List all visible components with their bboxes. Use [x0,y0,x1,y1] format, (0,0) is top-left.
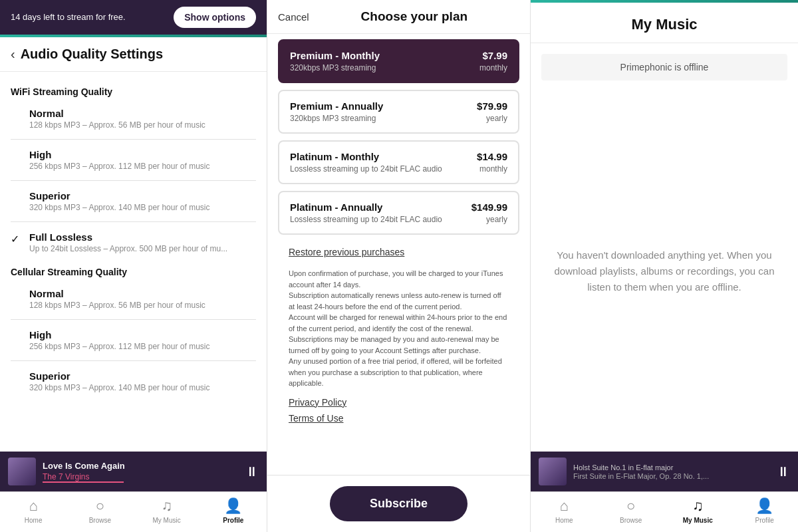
plan-price: $7.99 [479,50,507,61]
nav-home[interactable]: ⌂ Home [13,497,53,524]
back-arrow-icon[interactable]: ‹ [11,47,15,62]
right-profile-icon: 👤 [755,497,773,515]
pause-button[interactable]: ⏸ [245,464,259,479]
wifi-high-name: High [29,149,209,160]
divider [11,139,256,140]
cellular-normal-desc: 128 kbps MP3 – Approx. 56 MB per hour of… [29,301,205,310]
right-mymusic-icon: ♫ [692,497,704,515]
middle-header: Cancel Choose your plan [267,0,530,34]
plan-premium-monthly[interactable]: Premium - Monthly 320kbps MP3 streaming … [278,39,519,83]
right-home-label: Home [555,517,573,524]
plan-desc: Lossless streaming up to 24bit FLAC audi… [290,164,442,174]
right-profile-label: Profile [755,517,774,524]
divider [11,221,256,222]
plan-desc: 320kbps MP3 streaming [290,63,380,72]
offline-banner: Primephonic is offline [541,54,787,80]
right-bottom-nav: ⌂ Home ○ Browse ♫ My Music 👤 Profile [531,491,798,532]
home-label: Home [25,517,43,524]
wifi-normal-option[interactable]: Normal 128 kbps MP3 – Approx. 56 MB per … [0,101,267,136]
cancel-button[interactable]: Cancel [278,11,309,23]
choose-plan-title: Choose your plan [309,9,519,24]
right-browse-icon: ○ [626,497,635,515]
plan-name: Platinum - Annually [290,201,442,213]
plan-name: Premium - Annually [290,100,383,112]
privacy-policy-link[interactable]: Privacy Policy [278,394,519,410]
profile-label: Profile [223,517,243,524]
plan-name: Premium - Monthly [290,50,380,61]
right-nav-mymusic[interactable]: ♫ My Music [678,497,718,524]
plan-platinum-annually[interactable]: Platinum - Annually Lossless streaming u… [278,191,519,235]
subscribe-button[interactable]: Subscribe [330,486,467,521]
right-title: My Music [631,16,697,33]
mymusic-label: My Music [153,517,181,524]
right-subtitle: First Suite in E-Flat Major, Op. 28 No. … [573,472,777,480]
album-art [8,458,36,485]
wifi-section-heading: WiFi Streaming Quality [0,80,267,101]
plan-price: $79.99 [477,100,507,112]
cellular-normal-name: Normal [29,288,205,299]
plan-price: $149.99 [471,201,507,213]
wifi-high-option[interactable]: High 256 kbps MP3 – Approx. 112 MB per h… [0,142,267,178]
browse-icon: ○ [96,497,104,515]
terms-of-use-link[interactable]: Terms of Use [278,410,519,426]
plan-platinum-monthly[interactable]: Platinum - Monthly Lossless streaming up… [278,140,519,184]
restore-purchases-link[interactable]: Restore previous purchases [278,241,519,263]
empty-text: You haven't downloaded anything yet. Whe… [552,247,777,295]
cellular-superior-option[interactable]: Superior 320 kbps MP3 – Approx. 140 MB p… [0,364,267,399]
plan-desc: 320kbps MP3 streaming [290,114,383,123]
right-nav-browse[interactable]: ○ Browse [611,497,651,524]
now-playing-artist: The 7 Virgins [43,472,245,481]
settings-scroll: WiFi Streaming Quality Normal 128 kbps M… [0,72,267,452]
plan-premium-annually[interactable]: Premium - Annually 320kbps MP3 streaming… [278,90,519,134]
now-playing-bar[interactable]: Love Is Come Again The 7 Virgins ⏸ [0,452,267,491]
right-header: My Music [531,3,798,43]
right-mymusic-label: My Music [683,517,713,524]
trial-text: 14 days left to stream for free. [11,11,126,23]
now-playing-info: Love Is Come Again The 7 Virgins [43,461,245,483]
nav-browse[interactable]: ○ Browse [80,497,120,524]
wifi-normal-name: Normal [29,108,205,119]
plan-period: monthly [477,164,507,174]
bottom-nav: ⌂ Home ○ Browse ♫ My Music 👤 Profile [0,491,267,532]
right-now-info: Holst Suite No.1 in E-flat major First S… [573,464,777,480]
middle-panel: Cancel Choose your plan Premium - Monthl… [267,0,531,532]
wifi-superior-desc: 320 kbps MP3 – Approx. 140 MB per hour o… [29,203,209,212]
home-icon: ⌂ [29,497,37,515]
left-panel: 14 days left to stream for free. Show op… [0,0,267,532]
wifi-lossless-option[interactable]: ✓ Full Lossless Up to 24bit Lossless – A… [0,225,267,260]
nav-profile[interactable]: 👤 Profile [213,497,253,524]
right-nav-profile[interactable]: 👤 Profile [745,497,785,524]
plan-period: monthly [479,63,507,72]
plan-period: yearly [477,114,507,123]
wifi-lossless-desc: Up to 24bit Lossless – Approx. 500 MB pe… [29,244,227,253]
wifi-superior-option[interactable]: Superior 320 kbps MP3 – Approx. 140 MB p… [0,184,267,219]
right-composer: Holst Suite No.1 in E-flat major [573,464,777,471]
right-pause-button[interactable]: ⏸ [777,464,790,479]
wifi-normal-desc: 128 kbps MP3 – Approx. 56 MB per hour of… [29,120,205,130]
wifi-high-desc: 256 kbps MP3 – Approx. 112 MB per hour o… [29,162,209,171]
right-browse-label: Browse [620,517,642,524]
wifi-lossless-name: Full Lossless [29,231,227,243]
page-title: Audio Quality Settings [21,47,163,62]
mymusic-icon: ♫ [161,497,172,515]
plan-name: Platinum - Monthly [290,151,442,162]
subscribe-section: Subscribe [267,475,530,532]
right-album-art [539,458,567,485]
browse-label: Browse [89,517,111,524]
nav-mymusic[interactable]: ♫ My Music [147,497,187,524]
legal-text: Upon confirmation of purchase, you will … [278,263,519,394]
right-nav-home[interactable]: ⌂ Home [544,497,584,524]
cellular-high-option[interactable]: High 256 kbps MP3 – Approx. 112 MB per h… [0,323,267,358]
cellular-normal-option[interactable]: Normal 128 kbps MP3 – Approx. 56 MB per … [0,281,267,317]
divider [11,319,256,320]
show-options-button[interactable]: Show options [174,7,256,28]
plan-price: $14.99 [477,151,507,162]
right-now-playing-bar[interactable]: Holst Suite No.1 in E-flat major First S… [531,452,798,491]
cellular-superior-desc: 320 kbps MP3 – Approx. 140 MB per hour o… [29,383,209,392]
plan-desc: Lossless streaming up to 24bit FLAC audi… [290,215,442,224]
now-playing-title: Love Is Come Again [43,461,245,471]
plan-list: Premium - Monthly 320kbps MP3 streaming … [267,34,530,475]
right-panel: My Music Primephonic is offline You have… [531,0,798,532]
progress-bar [43,481,124,483]
cellular-high-desc: 256 kbps MP3 – Approx. 112 MB per hour o… [29,342,209,351]
